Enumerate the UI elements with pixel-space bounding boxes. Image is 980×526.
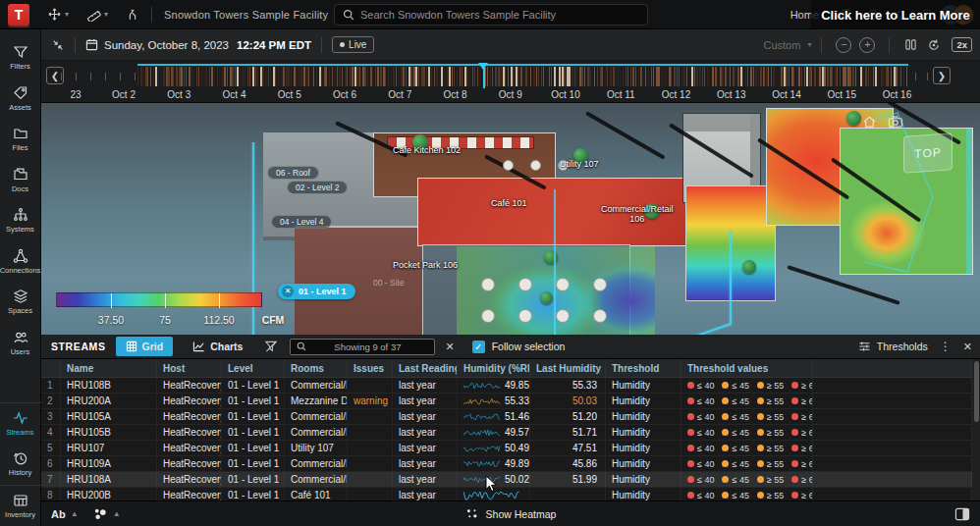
cell-name[interactable]: HRU200B [61,488,157,500]
cell-humidity-sparkline[interactable]: 51.46 [458,409,530,424]
room-label-pocket-park[interactable]: Pocket Park 106 [393,260,458,270]
timeline-playhead[interactable] [483,63,488,70]
app-logo[interactable]: T [8,4,29,26]
timeline[interactable]: ❮ ❯ 23Oct 2Oct 3Oct 4Oct 5Oct 6Oct 7Oct … [41,61,980,103]
cell-humidity-sparkline[interactable]: 49.89 [458,456,530,471]
table-row[interactable]: 7HRU108AHeatRecovery...01 - Level 1Comme… [41,472,972,488]
learn-more-tooltip[interactable]: Click here to Learn More [811,0,980,29]
column-header[interactable]: Humidity (%RH) [458,359,530,377]
cell-name[interactable]: HRU200A [61,394,157,408]
cell-last-humidity: 51.99 [530,472,606,487]
table-row[interactable]: 5HRU107HeatRecovery...01 - Level 1Utilit… [41,441,972,456]
table-row[interactable]: 2HRU200AHeatRecovery...01 - Level 1Mezza… [41,394,972,409]
cell-humidity-sparkline[interactable]: 49.57 [458,425,530,440]
timeline-data-bar [704,67,705,86]
sidebar-item-history[interactable]: History [0,444,41,485]
level-pill-roof[interactable]: 06 - Roof [267,166,319,180]
column-header[interactable]: Threshold values [681,359,813,377]
global-search[interactable] [334,4,648,26]
toggle-right-panel-button[interactable] [954,507,970,521]
view-cube[interactable]: TOP [903,132,953,173]
search-input[interactable] [360,9,639,21]
cell-humidity-sparkline[interactable]: 55.33 [458,394,530,408]
deselect-level-icon[interactable]: ✕ [282,286,294,297]
cell-humidity-sparkline[interactable]: 50.49 [458,441,530,455]
column-header[interactable]: Host [157,359,222,377]
table-scrollbar[interactable] [972,359,980,500]
sidebar-item-assets[interactable]: Assets [0,79,41,120]
column-header[interactable]: Last Humidity [530,359,606,377]
route-tool[interactable] [126,7,139,22]
table-row[interactable]: 4HRU105BHeatRecovery...01 - Level 1Comme… [41,425,972,441]
timeline-data-bar [247,67,248,86]
cell-name[interactable]: HRU105A [61,409,157,424]
collapse-icon[interactable] [51,38,65,52]
scrollbar-thumb[interactable] [974,361,979,422]
clear-search-icon[interactable]: ✕ [445,341,454,353]
cell-name[interactable]: HRU108A [61,472,157,487]
table-row[interactable]: 1HRU108BHeatRecovery...01 - Level 1Comme… [41,378,972,394]
panel-search-input[interactable] [306,342,428,352]
point-size-button[interactable]: ▴ [92,507,119,521]
tab-grid[interactable]: Grid [116,337,174,356]
cell-name[interactable]: HRU109A [61,456,157,471]
split-view-icon[interactable] [904,38,917,51]
room-label-cafe[interactable]: Café 101 [491,198,527,208]
close-panel-icon[interactable]: ✕ [963,341,972,353]
sidebar-item-connections[interactable]: Connections [0,241,41,283]
column-header[interactable]: Name [61,359,157,377]
cell-threshold: Humidity [606,409,681,424]
room-label-cafe-kitchen[interactable]: Cafe Kitchen 102 [393,145,461,155]
cell-humidity-sparkline[interactable]: 49.85 [458,378,530,393]
timeline-next-button[interactable]: ❯ [933,67,951,84]
measure-tool[interactable]: ▾ [86,7,108,22]
column-header[interactable]: Threshold [606,359,681,377]
column-header[interactable]: Issues [348,359,393,377]
zoom-in-button[interactable]: + [859,37,875,53]
sidebar-item-systems[interactable]: Systems [0,200,41,241]
column-header[interactable] [41,359,61,377]
sidebar-item-docs[interactable]: Docs [0,160,41,201]
room-label-utility[interactable]: Utility 107 [560,159,599,169]
camera-view-icon[interactable] [888,115,903,129]
panel-menu-icon[interactable]: ⋮ [940,340,952,353]
range-select[interactable]: Custom [764,39,801,51]
current-date[interactable]: Sunday, October 8, 2023 [104,39,229,51]
show-heatmap-button[interactable]: Show Heatmap [465,507,557,520]
sidebar-item-spaces[interactable]: Spaces [0,282,41,323]
refresh-rate-icon[interactable] [927,38,941,52]
thresholds-button[interactable]: Thresholds [858,341,928,352]
cell-name[interactable]: HRU107 [61,441,157,455]
home-view-icon[interactable] [862,115,877,129]
sidebar-item-files[interactable]: Files [0,119,41,160]
threshold-value: ≥ 60 [791,491,813,500]
follow-selection-checkbox[interactable]: ✓ [472,341,485,353]
pan-orbit-tool[interactable]: ▾ [47,7,69,22]
clear-filter-icon[interactable] [264,340,278,353]
sidebar-item-inventory[interactable]: Inventory [0,486,41,526]
table-row[interactable]: 3HRU105AHeatRecovery...01 - Level 1Comme… [41,409,972,425]
streams-table: NameHostLevelRoomsIssuesLast ReadingHumi… [41,359,972,500]
selected-level-pill[interactable]: ✕ 01 - Level 1 [278,284,355,299]
column-header[interactable]: Last Reading [393,359,458,377]
zoom-out-button[interactable]: − [836,37,851,53]
column-header[interactable]: Rooms [285,359,348,377]
cell-name[interactable]: HRU108B [61,378,157,393]
3d-viewport[interactable]: Cafe Kitchen 102 Café 101 Utility 107 Co… [41,103,980,335]
timeline-density-strip[interactable] [137,64,908,87]
cell-name[interactable]: HRU105B [61,425,157,440]
table-row[interactable]: 6HRU109AHeatRecovery...01 - Level 1Comme… [41,456,972,472]
level-pill-level2[interactable]: 02 - Level 2 [287,181,348,194]
sidebar-item-streams[interactable]: Streams [0,403,41,445]
playback-speed-button[interactable]: 2x [952,37,972,52]
tab-charts[interactable]: Charts [183,337,252,356]
panel-search[interactable] [290,339,435,355]
live-badge[interactable]: Live [332,36,374,53]
level-pill-level4[interactable]: 04 - Level 4 [271,215,332,229]
sidebar-item-filters[interactable]: Filters [0,37,41,79]
annotation-text-button[interactable]: Ab ▴ [51,508,77,520]
table-row[interactable]: 8HRU200BHeatRecovery...01 - Level 1Café … [41,488,972,500]
room-label-commercial[interactable]: Commercial/Retail 106 [601,204,674,224]
column-header[interactable]: Level [222,359,285,377]
sidebar-item-users[interactable]: Users [0,323,41,364]
